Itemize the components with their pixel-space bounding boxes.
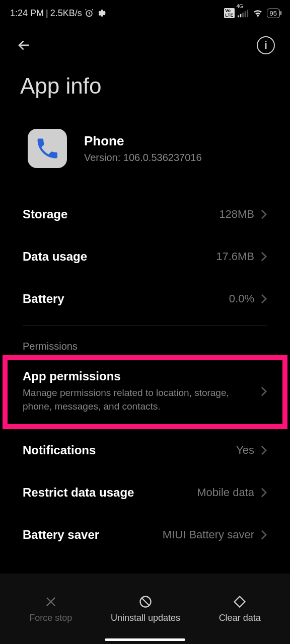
chevron-right-icon xyxy=(260,251,267,262)
row-data-usage-value: 17.6MB xyxy=(216,250,254,263)
row-restrict-data[interactable]: Restrict data usage Mobile data xyxy=(0,471,290,514)
app-version: Version: 106.0.536237016 xyxy=(84,152,202,164)
header-bar: i xyxy=(0,26,290,59)
row-data-usage[interactable]: Data usage 17.6MB xyxy=(0,235,290,278)
row-app-permissions-label: App permissions xyxy=(23,369,234,383)
close-icon xyxy=(44,595,58,609)
app-name: Phone xyxy=(84,133,202,149)
chevron-right-icon xyxy=(260,445,267,456)
svg-rect-5 xyxy=(247,10,248,18)
row-storage-value: 128MB xyxy=(219,208,254,221)
status-time: 1:24 PM xyxy=(10,8,44,19)
app-icon xyxy=(28,129,67,168)
status-speed: 2.5KB/s xyxy=(50,8,82,19)
section-permissions-title: Permissions xyxy=(0,331,290,355)
svg-rect-3 xyxy=(242,13,244,17)
back-button[interactable] xyxy=(15,36,33,54)
row-data-usage-label: Data usage xyxy=(23,250,87,264)
row-battery-value: 0.0% xyxy=(229,292,254,305)
force-stop-label: Force stop xyxy=(29,613,72,623)
phone-icon xyxy=(34,135,60,162)
back-arrow-icon xyxy=(16,37,33,54)
row-notifications-value: Yes xyxy=(236,444,254,457)
settings-icon xyxy=(96,8,106,18)
volte-icon: VoLTE xyxy=(224,8,234,18)
app-header: Phone Version: 106.0.536237016 xyxy=(0,129,290,193)
eraser-icon xyxy=(233,595,247,609)
chevron-right-icon xyxy=(260,529,267,540)
row-storage[interactable]: Storage 128MB xyxy=(0,193,290,235)
chevron-right-icon xyxy=(260,386,267,397)
force-stop-button[interactable]: Force stop xyxy=(29,595,72,623)
home-indicator[interactable] xyxy=(105,638,185,641)
divider xyxy=(23,325,267,326)
wifi-icon xyxy=(252,9,264,18)
svg-rect-4 xyxy=(244,11,246,17)
row-restrict-data-value: Mobile data xyxy=(197,486,254,499)
signal-icon: 4G xyxy=(238,9,249,18)
row-app-permissions-desc: Manage permissions related to location, … xyxy=(23,386,234,413)
clear-data-label: Clear data xyxy=(219,613,261,623)
status-left: 1:24 PM | 2.5KB/s xyxy=(10,8,106,19)
row-app-permissions[interactable]: App permissions Manage permissions relat… xyxy=(8,360,282,424)
row-battery-saver-value: MIUI Battery saver xyxy=(163,528,254,541)
status-bar: 1:24 PM | 2.5KB/s VoLTE 4G 95 xyxy=(0,0,290,26)
info-button[interactable]: i xyxy=(257,36,275,54)
row-notifications-label: Notifications xyxy=(23,443,96,457)
row-battery-saver-label: Battery saver xyxy=(23,528,99,542)
svg-rect-2 xyxy=(240,14,241,17)
uninstall-updates-button[interactable]: Uninstall updates xyxy=(111,595,180,623)
chevron-right-icon xyxy=(260,487,267,498)
clear-data-button[interactable]: Clear data xyxy=(219,595,261,623)
battery-icon: 95 xyxy=(267,9,280,18)
bottom-bar: Force stop Uninstall updates Clear data xyxy=(0,574,290,644)
row-battery-saver[interactable]: Battery saver MIUI Battery saver xyxy=(0,514,290,556)
prohibit-icon xyxy=(138,595,153,609)
alarm-icon xyxy=(84,8,94,18)
status-separator: | xyxy=(46,8,48,19)
chevron-right-icon xyxy=(260,293,267,304)
page-title: App info xyxy=(0,59,290,129)
svg-rect-1 xyxy=(238,16,239,18)
row-battery-label: Battery xyxy=(23,292,64,306)
row-notifications[interactable]: Notifications Yes xyxy=(0,429,290,471)
row-storage-label: Storage xyxy=(23,207,67,221)
highlight-box: App permissions Manage permissions relat… xyxy=(3,355,287,429)
row-battery[interactable]: Battery 0.0% xyxy=(0,278,290,320)
row-restrict-data-label: Restrict data usage xyxy=(23,486,134,500)
info-icon: i xyxy=(264,40,267,51)
uninstall-updates-label: Uninstall updates xyxy=(111,613,180,623)
chevron-right-icon xyxy=(260,209,267,220)
app-meta: Phone Version: 106.0.536237016 xyxy=(84,133,202,164)
status-right: VoLTE 4G 95 xyxy=(224,8,280,18)
